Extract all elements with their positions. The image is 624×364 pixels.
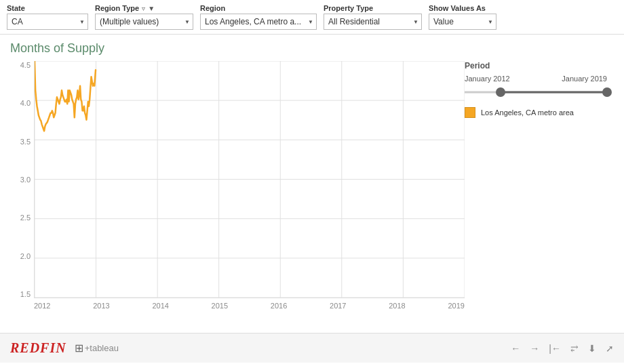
y-label-40: 4.0: [20, 99, 31, 107]
nav-download-button[interactable]: ⬇: [588, 343, 596, 354]
x-label-2017: 2017: [330, 302, 346, 310]
x-label-2014: 2014: [152, 302, 168, 310]
tableau-text: +tableau: [85, 343, 119, 353]
period-slider[interactable]: [465, 85, 607, 99]
slider-handle-right[interactable]: [602, 87, 612, 97]
nav-share-button[interactable]: ⥂: [570, 343, 579, 354]
slider-fill: [501, 92, 608, 94]
y-label-35: 3.5: [20, 138, 31, 146]
chart-inner: [34, 61, 465, 298]
legend-area: Period January 2012 January 2019 Los Ang…: [465, 61, 607, 118]
property-type-select[interactable]: All Residential: [324, 14, 422, 30]
y-axis: 4.5 4.0 3.5 3.0 2.5 2.0 1.5: [10, 61, 34, 298]
y-label-25: 2.5: [20, 214, 31, 222]
line-chart: [35, 61, 96, 131]
region-type-label: Region Type: [95, 4, 139, 12]
y-label-45: 4.5: [20, 61, 31, 69]
y-label-15: 1.5: [20, 290, 31, 298]
region-type-select[interactable]: (Multiple values): [95, 14, 193, 30]
x-label-2018: 2018: [389, 302, 405, 310]
region-select[interactable]: Los Angeles, CA metro a...: [200, 14, 317, 30]
region-type-select-wrapper[interactable]: (Multiple values): [95, 14, 193, 30]
legend-color-swatch: [465, 107, 475, 118]
y-label-20: 2.0: [20, 252, 31, 260]
state-select-wrapper[interactable]: CA: [7, 14, 88, 30]
show-values-select[interactable]: Value: [429, 14, 496, 30]
chart-container: 4.5 4.0 3.5 3.0 2.5 2.0 1.5: [10, 61, 614, 319]
period-range: January 2012 January 2019: [465, 75, 607, 83]
property-type-select-wrapper[interactable]: All Residential: [324, 14, 422, 30]
show-values-filter: Show Values As Value: [429, 4, 496, 30]
state-filter: State CA: [7, 4, 88, 30]
show-values-select-wrapper[interactable]: Value: [429, 14, 496, 30]
tableau-hash-icon: ⊞: [75, 342, 83, 355]
x-label-2015: 2015: [212, 302, 228, 310]
period-label: Period: [465, 61, 607, 70]
region-type-label-wrap: Region Type ▿ ▼: [95, 4, 193, 12]
slider-track: [465, 92, 607, 94]
property-type-filter: Property Type All Residential: [324, 4, 422, 30]
region-filter: Region Los Angeles, CA metro a...: [200, 4, 317, 30]
redfin-logo: Redfin: [10, 340, 66, 356]
y-label-30: 3.0: [20, 176, 31, 184]
region-label: Region: [200, 4, 317, 12]
x-label-2012: 2012: [34, 302, 50, 310]
redfin-logo-text: Redfin: [10, 340, 66, 355]
x-label-2019: 2019: [448, 302, 464, 310]
chart-title: Months of Supply: [10, 41, 614, 56]
legend-item: Los Angeles, CA metro area: [465, 107, 607, 118]
x-label-2013: 2013: [93, 302, 109, 310]
legend-series-name: Los Angeles, CA metro area: [481, 108, 574, 117]
x-label-2016: 2016: [271, 302, 287, 310]
chart-svg: [35, 61, 465, 298]
show-values-label: Show Values As: [429, 4, 496, 12]
nav-back-button[interactable]: ←: [511, 343, 520, 354]
nav-icons: ← → |← ⥂ ⬇ ➚: [511, 343, 614, 354]
nav-expand-button[interactable]: ➚: [606, 343, 614, 354]
period-start: January 2012: [465, 75, 510, 83]
tableau-logo: ⊞ +tableau: [75, 342, 119, 355]
filter-icon: ▿: [142, 5, 145, 12]
nav-start-button[interactable]: |←: [549, 343, 561, 354]
slider-handle-left[interactable]: [496, 87, 505, 97]
bottom-bar: Redfin ⊞ +tableau ← → |← ⥂ ⬇ ➚: [0, 333, 624, 363]
filter-bar: State CA Region Type ▿ ▼ (Multiple value…: [0, 0, 624, 35]
state-select[interactable]: CA: [7, 14, 88, 30]
chart-area: Months of Supply 4.5 4.0 3.5 3.0 2.5 2.0…: [0, 35, 624, 333]
funnel-icon: ▼: [148, 5, 155, 12]
region-select-wrapper[interactable]: Los Angeles, CA metro a...: [200, 14, 317, 30]
period-end: January 2019: [562, 75, 607, 83]
nav-forward-button[interactable]: →: [530, 343, 539, 354]
property-type-label: Property Type: [324, 4, 422, 12]
region-type-filter: Region Type ▿ ▼ (Multiple values): [95, 4, 193, 30]
x-axis: 2012 2013 2014 2015 2016 2017 2018 2019: [34, 302, 465, 319]
state-label: State: [7, 4, 88, 12]
